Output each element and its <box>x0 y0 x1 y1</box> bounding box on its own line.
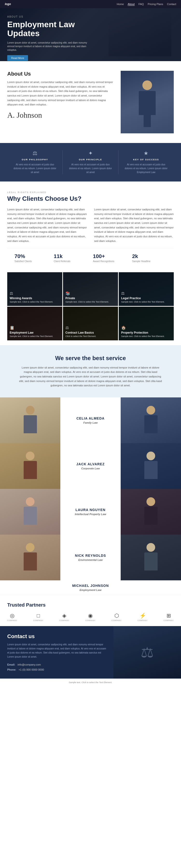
service-desc-6: Sample text. Click to select the Text El… <box>121 335 171 338</box>
team-name-michael: MICHAEL JOHNSON <box>72 584 109 588</box>
partner-logo-3[interactable]: ◈ COMPANY <box>59 613 70 621</box>
stat-awards: 100+ Award Recognitions <box>93 253 127 262</box>
why-label: LEGAL RIGHTS EXPLAINED <box>7 191 174 193</box>
why-clients-section: LEGAL RIGHTS EXPLAINED Why Clients Choos… <box>0 182 181 248</box>
service-card-5[interactable]: ⚖ Contract Law Basics Click to select th… <box>63 307 118 340</box>
partner-icon-7: ⊞ <box>166 613 171 619</box>
stat-num-4: 2k <box>132 253 167 259</box>
service-card-6[interactable]: 🏠 Property Protection Sample text. Click… <box>119 307 174 340</box>
partner-icon-1: ◎ <box>10 613 15 619</box>
partner-logo-2[interactable]: □ COMPANY <box>33 613 44 621</box>
team-info-nick: NICK REYNOLDS Environmental Law <box>60 535 121 580</box>
team-name-1: CELIA ALMEDA <box>77 416 105 420</box>
about-section: About Us Lorem ipsum dolor sit amet, con… <box>0 61 181 143</box>
service-icon-5: ⚖ <box>66 326 115 330</box>
person-figure <box>137 81 157 124</box>
philosophy-item-1: ⚖ OUR PHILOSOPHY At vero eos et accusam … <box>7 150 62 174</box>
team-name-nick: NICK REYNOLDS <box>75 554 106 557</box>
service-card-3[interactable]: ⚖ Legal Practice Sample text. Click to s… <box>119 272 174 306</box>
partner-icon-5: ⬡ <box>114 613 119 619</box>
contact-phone-row: Phone: +1 (0) 000 0000 0000 <box>7 668 106 671</box>
partner-logo-6[interactable]: ⚡ COMPANY <box>137 613 148 621</box>
philosophy-title-3: KEY OF SUCCESS <box>123 158 169 161</box>
service-card-1[interactable]: ⚖ Winning Awards Sample text. Click to s… <box>7 272 62 306</box>
philosophy-title-2: OUR PRINCIPLE <box>68 158 113 161</box>
best-service-section: We serve the best service Lorem ipsum do… <box>0 345 181 397</box>
service-icon-6: 🏠 <box>121 326 171 330</box>
partner-icon-3: ◈ <box>62 613 67 619</box>
service-icon-4: 📋 <box>10 326 60 330</box>
partners-title: Trusted Partners <box>7 602 174 608</box>
philosophy-icon-3: ★ <box>123 150 169 156</box>
philosophy-icon-2: ✦ <box>68 150 113 156</box>
team-role-jack: Corporate Law <box>81 467 100 470</box>
team-img-left-1 <box>0 397 60 443</box>
stat-label-3: Award Recognitions <box>93 260 127 262</box>
nav-pricing[interactable]: Pricing Plans <box>148 3 163 6</box>
nav-home[interactable]: Home <box>117 3 124 6</box>
nav-links: Home About FAQ Pricing Plans Contact <box>117 3 176 6</box>
best-service-desc: Lorem ipsum dolor sit amet, consectetur … <box>18 365 163 388</box>
hero-read-more-button[interactable]: Read More <box>7 55 28 61</box>
about-heading: About Us <box>7 71 113 77</box>
team-role-1: Family Law <box>83 421 98 424</box>
team-row-3: LAURA NGUYEN Intellectual Property Law <box>0 489 181 535</box>
partner-logo-1[interactable]: ◎ COMPANY <box>7 613 17 621</box>
team-img-michael <box>121 535 181 580</box>
partner-label-2: COMPANY <box>33 620 44 621</box>
service-title-6: Property Protection <box>121 331 171 334</box>
stat-label-1: Satisfied Clients <box>15 260 49 262</box>
partner-icon-4: ◉ <box>88 613 93 619</box>
service-desc-1: Sample text. Click to select the Text El… <box>10 301 60 304</box>
footer-note: Sample text. Click to select the Text El… <box>0 679 181 686</box>
contact-image: ⚖ <box>113 626 181 679</box>
contact-text: Contact us Lorem ipsum dolor sit amet, c… <box>0 626 113 679</box>
about-text: About Us Lorem ipsum dolor sit amet, con… <box>7 71 113 120</box>
hero-section: ABOUT US Employment Law Updates Lorem ip… <box>0 8 181 61</box>
stat-num-3: 100+ <box>93 253 127 259</box>
service-title-3: Legal Practice <box>121 297 171 300</box>
partner-label-6: COMPANY <box>137 620 148 621</box>
team-img-nat <box>121 443 181 489</box>
service-card-content-4: 📋 Employment Law Sample text. Click to s… <box>10 326 60 338</box>
service-card-content-3: ⚖ Legal Practice Sample text. Click to s… <box>121 291 171 304</box>
nav-faq[interactable]: FAQ <box>138 3 144 6</box>
nav-about[interactable]: About <box>128 3 135 6</box>
hero-title: Employment Law Updates <box>7 20 99 38</box>
about-paragraph: Lorem ipsum dolor sit amet, consectetur … <box>7 80 113 107</box>
why-heading: Why Clients Choose Us? <box>7 195 174 203</box>
stat-num-1: 70% <box>15 253 49 259</box>
about-image-placeholder <box>121 71 174 133</box>
hero-about-label: ABOUT US <box>7 16 99 18</box>
partner-label-1: COMPANY <box>7 620 17 621</box>
stat-label-2: Client Referrals <box>54 260 88 262</box>
team-role-nick: Environmental Law <box>78 558 103 561</box>
partner-logo-7[interactable]: ⊞ COMPANY <box>164 613 174 621</box>
best-service-title: We serve the best service <box>7 355 174 362</box>
team-info-jack: JACK ALVAREZ Corporate Law <box>60 443 121 489</box>
why-columns: Lorem ipsum dolor sit amet, consectetur … <box>7 207 174 243</box>
contact-heading: Contact us <box>7 633 106 640</box>
nav-logo: logo <box>5 2 11 6</box>
partner-logo-4[interactable]: ◉ COMPANY <box>85 613 96 621</box>
contact-section: Contact us Lorem ipsum dolor sit amet, c… <box>0 626 181 679</box>
philosophy-item-3: ★ KEY OF SUCCESS At vero eos et accusam … <box>119 150 174 174</box>
why-col-1: Lorem ipsum dolor sit amet, consectetur … <box>7 207 87 243</box>
service-card-2[interactable]: 📚 Private Sample text. Click to select t… <box>63 272 118 306</box>
service-card-4[interactable]: 📋 Employment Law Sample text. Click to s… <box>7 307 62 340</box>
team-name-laura: LAURA NGUYEN <box>76 508 105 512</box>
partner-logo-5[interactable]: ⬡ COMPANY <box>111 613 122 621</box>
signature: A. Johnson <box>7 111 113 120</box>
service-desc-5: Click to select the Text Element. <box>66 335 115 338</box>
team-img-laura-left <box>0 489 60 535</box>
trusted-partners-section: Trusted Partners ◎ COMPANY □ COMPANY ◈ C… <box>0 595 181 626</box>
partner-label-4: COMPANY <box>85 620 96 621</box>
team-name-jack: JACK ALVAREZ <box>76 462 105 466</box>
philosophy-desc-1: At vero eos et accusam et justo duo dolo… <box>12 163 58 174</box>
stat-satisfied: 70% Satisfied Clients <box>15 253 49 262</box>
service-card-content-2: 📚 Private Sample text. Click to select t… <box>66 291 115 304</box>
nav-contact[interactable]: Contact <box>167 3 176 6</box>
partner-label-7: COMPANY <box>164 620 174 621</box>
hero-content: ABOUT US Employment Law Updates Lorem ip… <box>7 16 99 61</box>
service-desc-2: Sample text. Click to select the Text El… <box>66 301 115 304</box>
